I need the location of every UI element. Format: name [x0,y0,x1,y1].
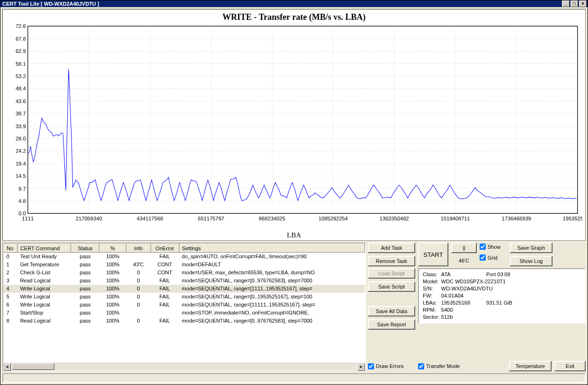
transfer-rate-chart: 0.04.89.714.519.424.229.033.938.743.648.… [6,23,582,231]
svg-text:1519408711: 1519408711 [441,216,470,221]
chart-title: WRITE - Transfer rate (MB/s vs. LBA) [6,12,582,22]
col-header[interactable]: Status [71,244,99,253]
draw-errors-checkbox[interactable]: Draw Errors [368,363,415,369]
exit-button[interactable]: Exit [554,361,586,371]
temperature-button[interactable]: Temperature [509,361,552,371]
svg-text:53.2: 53.2 [16,73,26,79]
remove-task-button[interactable]: Remove Task [368,256,415,266]
transfer-mode-checkbox[interactable]: Transfer Mode [418,363,475,369]
table-row[interactable]: 7Start/Stoppass100%mode=STOP, immediate=… [4,309,365,317]
svg-text:4.8: 4.8 [18,198,26,204]
table-row[interactable]: 6Write Logicalpass100%0FAILmode=SEQUENTI… [4,301,365,309]
table-row[interactable]: 8Read Logicalpass100%0FAILmode=SEQUENTIA… [4,317,365,325]
svg-text:9.7: 9.7 [18,185,26,191]
col-header[interactable]: OnError [151,244,179,253]
save-all-data-button[interactable]: Save All Data [368,306,415,316]
svg-text:62.9: 62.9 [16,48,26,54]
col-header[interactable]: CERT Command [17,244,71,253]
status-bar [2,373,586,383]
svg-text:33.9: 33.9 [16,123,26,129]
scroll-right-icon[interactable]: ► [357,363,365,371]
chart-xlabel: LBA [6,231,582,239]
load-script-button[interactable]: Load Script [368,268,415,279]
grid-checkbox[interactable]: Grid [480,254,507,261]
pause-button[interactable]: || [451,243,477,253]
horizontal-scrollbar[interactable]: ◄ ► [3,363,365,370]
maximize-icon[interactable]: □ [570,0,578,7]
svg-text:1111: 1111 [22,216,34,221]
svg-text:434117568: 434117568 [137,216,163,221]
show-checkbox[interactable]: Show [480,244,507,250]
svg-text:24.2: 24.2 [16,148,26,154]
svg-text:67.8: 67.8 [16,36,26,42]
col-header[interactable]: No [4,244,18,253]
svg-text:29.0: 29.0 [16,136,26,141]
svg-text:1302350482: 1302350482 [380,216,409,221]
table-row[interactable]: 3Read Logicalpass100%0FAILmode=SEQUENTIA… [4,277,365,285]
window-title: CERT Tool Lite [ WD-WXD2A40JVDTU ] [2,1,99,7]
save-report-button[interactable]: Save Report [368,319,415,330]
svg-text:72.6: 72.6 [16,23,26,29]
minimize-icon[interactable]: _ [562,0,570,7]
col-header[interactable]: % [99,244,126,253]
svg-rect-0 [28,26,578,213]
drive-info-panel: Class:ATAPort 03:08 Model:WDC WD10SPZX-2… [418,268,586,324]
svg-text:1085292254: 1085292254 [319,216,348,221]
table-row[interactable]: 0Test Unit Readypass100%FAILdo_spin=AUTO… [4,253,365,261]
col-header[interactable]: Info [126,244,151,253]
save-graph-button[interactable]: Save Graph [510,243,552,253]
svg-text:48.4: 48.4 [16,86,26,91]
svg-text:43.6: 43.6 [16,98,26,104]
temperature-readout: 46'C [451,256,477,263]
add-task-button[interactable]: Add Task [368,243,415,253]
col-header[interactable]: Settings [179,244,365,253]
close-icon[interactable]: × [579,0,587,7]
table-row[interactable]: 4Write Logicalpass100%0FAILmode=SEQUENTI… [4,285,365,293]
scroll-left-icon[interactable]: ◄ [3,363,11,371]
start-button[interactable]: START [418,243,448,266]
table-row[interactable]: 1Get Temperaturepass100%43'CCONTmode=DEF… [4,261,365,269]
svg-text:1736466939: 1736466939 [502,216,531,221]
command-table: NoCERT CommandStatus%InfoOnErrorSettings… [2,243,366,371]
svg-text:217059340: 217059340 [76,216,102,221]
svg-text:14.5: 14.5 [16,173,26,179]
save-script-button[interactable]: Save Script [368,281,415,292]
svg-text:868234025: 868234025 [259,216,285,221]
svg-text:19.4: 19.4 [16,161,26,166]
table-row[interactable]: 5Write Logicalpass100%0FAILmode=SEQUENTI… [4,293,365,301]
svg-text:38.7: 38.7 [16,111,26,116]
titlebar: CERT Tool Lite [ WD-WXD2A40JVDTU ] _ □ × [0,0,588,7]
table-row[interactable]: 2Check G-Listpass100%0CONTmode=USER, max… [4,269,365,277]
chart-panel: WRITE - Transfer rate (MB/s vs. LBA) 0.0… [2,9,586,241]
svg-text:58.1: 58.1 [16,61,26,66]
svg-text:1953525168: 1953525168 [563,216,582,221]
svg-text:651175797: 651175797 [198,216,224,221]
show-log-button[interactable]: Show Log [510,256,552,266]
